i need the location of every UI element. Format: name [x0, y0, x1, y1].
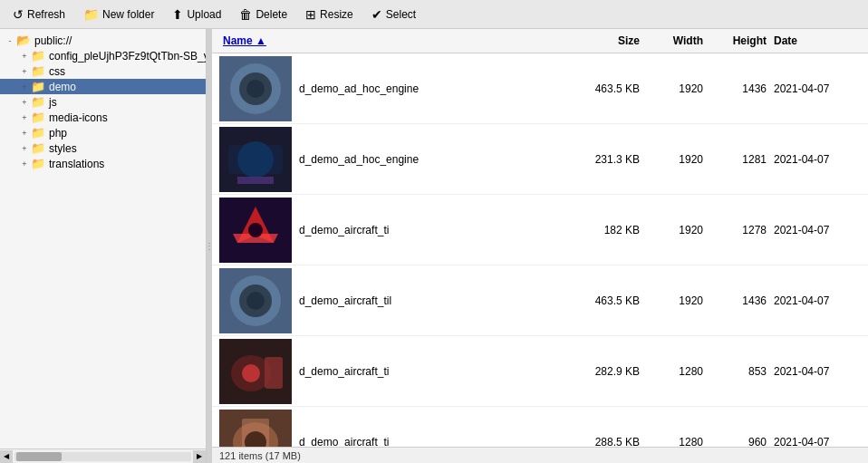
file-width: 1280 — [643, 434, 707, 448]
toolbar: ↺ Refresh 📁 New folder ⬆ Upload 🗑 Delete… — [0, 0, 868, 29]
tree-item-label: styles — [49, 142, 77, 155]
scroll-left-arrow[interactable]: ◀ — [0, 450, 13, 463]
file-size: 463.5 KB — [562, 81, 643, 97]
file-thumbnail — [219, 56, 292, 121]
file-name-cell: d_demo_aircraft_ti — [219, 339, 562, 404]
file-name: d_demo_aircraft_ti — [299, 436, 389, 448]
file-date: 2021-04-07 — [770, 363, 861, 380]
new-folder-icon: 📁 — [83, 7, 99, 22]
col-height[interactable]: Height — [707, 33, 770, 49]
expand-icon[interactable]: + — [18, 158, 31, 170]
folder-icon: 📁 — [31, 141, 45, 155]
thumb-svg — [219, 339, 292, 404]
thumb-svg — [219, 127, 292, 192]
thumb-svg — [219, 198, 292, 263]
col-width[interactable]: Width — [643, 33, 707, 49]
resize-icon: ⊞ — [305, 7, 316, 22]
sidebar: - 📂 public:// + 📁 config_pleUjhP3Fz9tQtT… — [0, 29, 207, 463]
tree-item-config[interactable]: + 📁 config_pleUjhP3Fz9tQtTbn-SB_yP — [0, 48, 206, 63]
expand-icon[interactable]: + — [18, 111, 31, 124]
table-row[interactable]: d_demo_aircraft_ti 282.9 KB 1280 853 202… — [212, 336, 868, 407]
folder-icon: 📁 — [31, 80, 45, 93]
tree-item-styles[interactable]: + 📁 styles — [0, 140, 206, 156]
expand-icon[interactable]: + — [18, 96, 31, 109]
refresh-button[interactable]: ↺ Refresh — [5, 5, 72, 24]
status-text: 121 items (17 MB) — [219, 450, 301, 461]
file-thumbnail — [219, 127, 292, 192]
file-list[interactable]: d_demo_ad_hoc_engine 463.5 KB 1920 1436 … — [212, 53, 868, 447]
file-name-cell: d_demo_aircraft_ti — [219, 410, 562, 448]
file-name-cell: d_demo_ad_hoc_engine — [219, 56, 562, 121]
file-height: 853 — [707, 363, 770, 380]
tree-item-label: php — [49, 127, 67, 140]
file-thumbnail — [219, 198, 292, 263]
main-area: - 📂 public:// + 📁 config_pleUjhP3Fz9tQtT… — [0, 29, 868, 463]
delete-button[interactable]: 🗑 Delete — [232, 5, 294, 24]
svg-rect-18 — [265, 357, 283, 389]
resize-button[interactable]: ⊞ Resize — [298, 5, 361, 24]
table-row[interactable]: d_demo_aircraft_ti 288.5 KB 1280 960 202… — [212, 407, 868, 447]
upload-button[interactable]: ⬆ Upload — [165, 5, 228, 24]
expand-icon[interactable]: + — [18, 142, 31, 155]
tree-item-public[interactable]: - 📂 public:// — [0, 33, 206, 48]
file-date: 2021-04-07 — [770, 434, 861, 448]
expand-icon[interactable]: + — [18, 50, 31, 63]
svg-point-3 — [246, 80, 265, 98]
scrollbar-thumb[interactable] — [16, 452, 62, 461]
col-name[interactable]: Name ▲ — [219, 33, 562, 49]
file-name-cell: d_demo_ad_hoc_engine — [219, 127, 562, 192]
folder-icon: 📁 — [31, 95, 45, 109]
file-date: 2021-04-07 — [770, 81, 861, 97]
folder-icon: 📁 — [31, 157, 45, 170]
file-size: 182 KB — [562, 222, 643, 238]
select-icon: ✔ — [371, 7, 382, 22]
tree-item-css[interactable]: + 📁 css — [0, 63, 206, 79]
tree-item-demo[interactable]: + 📁 demo — [0, 79, 206, 94]
tree-item-label: config_pleUjhP3Fz9tQtTbn-SB_yP — [49, 50, 206, 63]
folder-icon: 📁 — [31, 64, 45, 78]
table-row[interactable]: d_demo_ad_hoc_engine 231.3 KB 1920 1281 … — [212, 124, 868, 195]
expand-icon[interactable]: - — [4, 34, 16, 47]
table-row[interactable]: d_demo_aircraft_til 463.5 KB 1920 1436 2… — [212, 265, 868, 336]
file-height: 1281 — [707, 151, 770, 168]
tree-item-label: media-icons — [49, 111, 108, 124]
file-name: d_demo_aircraft_ti — [299, 224, 389, 236]
file-width: 1280 — [643, 363, 707, 380]
thumb-svg — [219, 56, 292, 121]
expand-icon[interactable]: + — [18, 127, 31, 140]
sidebar-scrollbar: ◀ ▶ — [0, 449, 206, 463]
file-tree[interactable]: - 📂 public:// + 📁 config_pleUjhP3Fz9tQtT… — [0, 29, 206, 449]
file-size: 288.5 KB — [562, 434, 643, 448]
tree-item-js[interactable]: + 📁 js — [0, 94, 206, 110]
file-name: d_demo_ad_hoc_engine — [299, 153, 419, 166]
tree-item-php[interactable]: + 📁 php — [0, 125, 206, 140]
folder-icon: 📁 — [31, 126, 45, 140]
tree-item-media-icons[interactable]: + 📁 media-icons — [0, 110, 206, 125]
file-date: 2021-04-07 — [770, 151, 861, 168]
file-thumbnail — [219, 339, 292, 404]
tree-item-label: js — [49, 96, 57, 109]
file-width: 1920 — [643, 151, 707, 168]
scroll-right-arrow[interactable]: ▶ — [193, 450, 206, 463]
col-size[interactable]: Size — [562, 33, 643, 49]
svg-point-6 — [237, 141, 274, 178]
tree-item-label: css — [49, 65, 65, 78]
col-date[interactable]: Date — [770, 33, 861, 49]
file-width: 1920 — [643, 293, 707, 309]
tree-item-translations[interactable]: + 📁 translations — [0, 156, 206, 171]
svg-point-15 — [246, 292, 265, 310]
expand-icon[interactable]: + — [18, 65, 31, 78]
upload-icon: ⬆ — [172, 7, 183, 22]
expand-icon[interactable]: + — [18, 81, 31, 93]
file-name: d_demo_aircraft_til — [299, 294, 391, 307]
new-folder-button[interactable]: 📁 New folder — [76, 5, 161, 24]
file-size: 282.9 KB — [562, 363, 643, 380]
tree-item-label: public:// — [34, 34, 72, 47]
thumb-svg — [219, 268, 292, 333]
horizontal-scrollbar[interactable] — [14, 452, 191, 461]
svg-rect-7 — [237, 177, 274, 184]
select-button[interactable]: ✔ Select — [364, 5, 423, 24]
table-row[interactable]: d_demo_ad_hoc_engine 463.5 KB 1920 1436 … — [212, 53, 868, 124]
table-row[interactable]: d_demo_aircraft_ti 182 KB 1920 1278 2021… — [212, 195, 868, 265]
file-name: d_demo_aircraft_ti — [299, 365, 389, 378]
